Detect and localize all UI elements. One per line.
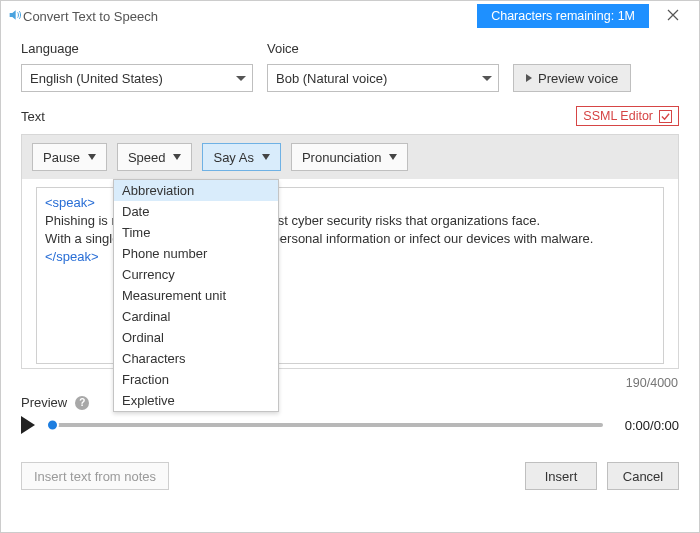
voice-select[interactable]: Bob (Natural voice): [267, 64, 499, 92]
play-button[interactable]: [21, 416, 35, 434]
say-as-item-cardinal[interactable]: Cardinal: [114, 306, 278, 327]
window-title: Convert Text to Speech: [23, 9, 477, 24]
play-icon: [526, 74, 532, 82]
say-as-item-expletive[interactable]: Expletive: [114, 390, 278, 411]
audio-player: 0:00/0:00: [21, 416, 679, 434]
pronunciation-label: Pronunciation: [302, 150, 382, 165]
seek-thumb[interactable]: [46, 419, 59, 432]
preview-voice-label: Preview voice: [538, 71, 618, 86]
text-label: Text: [21, 109, 45, 124]
pronunciation-dropdown-button[interactable]: Pronunciation: [291, 143, 409, 171]
time-display: 0:00/0:00: [617, 418, 679, 433]
editor-container: <speak> Phishing is regarded as one of t…: [21, 179, 679, 369]
language-value: English (United States): [30, 71, 163, 86]
pause-dropdown-button[interactable]: Pause: [32, 143, 107, 171]
insert-notes-label: Insert text from notes: [34, 469, 156, 484]
speed-dropdown-button[interactable]: Speed: [117, 143, 193, 171]
say-as-item-abbreviation[interactable]: Abbreviation: [114, 180, 278, 201]
ssml-editor-toggle[interactable]: SSML Editor: [576, 106, 679, 126]
text-header-row: Text SSML Editor: [21, 106, 679, 126]
say-as-menu: Abbreviation Date Time Phone number Curr…: [113, 179, 279, 412]
preview-label: Preview: [21, 395, 67, 410]
speed-label: Speed: [128, 150, 166, 165]
say-as-item-date[interactable]: Date: [114, 201, 278, 222]
voice-label: Voice: [267, 41, 499, 56]
ssml-editor-checkbox: [659, 110, 672, 123]
close-button[interactable]: [651, 1, 695, 31]
bottom-button-row: Insert text from notes Insert Cancel: [21, 462, 679, 490]
seek-slider[interactable]: [49, 423, 603, 427]
character-counter: 190/4000: [626, 376, 678, 390]
say-as-item-measurement-unit[interactable]: Measurement unit: [114, 285, 278, 306]
say-as-label: Say As: [213, 150, 253, 165]
language-label: Language: [21, 41, 253, 56]
triangle-down-icon: [262, 154, 270, 160]
speak-open-tag: <speak>: [45, 195, 95, 210]
tts-icon: [7, 7, 23, 26]
chevron-down-icon: [482, 76, 492, 81]
close-icon: [667, 9, 679, 24]
dialog-body: Language English (United States) Voice B…: [1, 31, 699, 502]
titlebar: Convert Text to Speech Characters remain…: [1, 1, 699, 31]
say-as-item-time[interactable]: Time: [114, 222, 278, 243]
help-icon[interactable]: ?: [75, 396, 89, 410]
characters-remaining-badge: Characters remaining: 1M: [477, 4, 649, 28]
pause-label: Pause: [43, 150, 80, 165]
triangle-down-icon: [88, 154, 96, 160]
insert-button[interactable]: Insert: [525, 462, 597, 490]
dialog-convert-text-to-speech: Convert Text to Speech Characters remain…: [0, 0, 700, 533]
cancel-button[interactable]: Cancel: [607, 462, 679, 490]
say-as-item-currency[interactable]: Currency: [114, 264, 278, 285]
preview-voice-button[interactable]: Preview voice: [513, 64, 631, 92]
chevron-down-icon: [236, 76, 246, 81]
voice-value: Bob (Natural voice): [276, 71, 387, 86]
editor-toolbar: Pause Speed Say As Pronunciation: [21, 134, 679, 179]
speak-close-tag: </speak>: [45, 249, 99, 264]
language-voice-row: Language English (United States) Voice B…: [21, 41, 679, 92]
insert-label: Insert: [545, 469, 578, 484]
say-as-item-fraction[interactable]: Fraction: [114, 369, 278, 390]
say-as-item-phone-number[interactable]: Phone number: [114, 243, 278, 264]
triangle-down-icon: [173, 154, 181, 160]
say-as-item-characters[interactable]: Characters: [114, 348, 278, 369]
triangle-down-icon: [389, 154, 397, 160]
language-select[interactable]: English (United States): [21, 64, 253, 92]
play-icon: [21, 416, 35, 434]
cancel-label: Cancel: [623, 469, 663, 484]
insert-text-from-notes-button[interactable]: Insert text from notes: [21, 462, 169, 490]
say-as-dropdown-button[interactable]: Say As: [202, 143, 280, 171]
say-as-item-ordinal[interactable]: Ordinal: [114, 327, 278, 348]
ssml-editor-label: SSML Editor: [583, 109, 653, 123]
